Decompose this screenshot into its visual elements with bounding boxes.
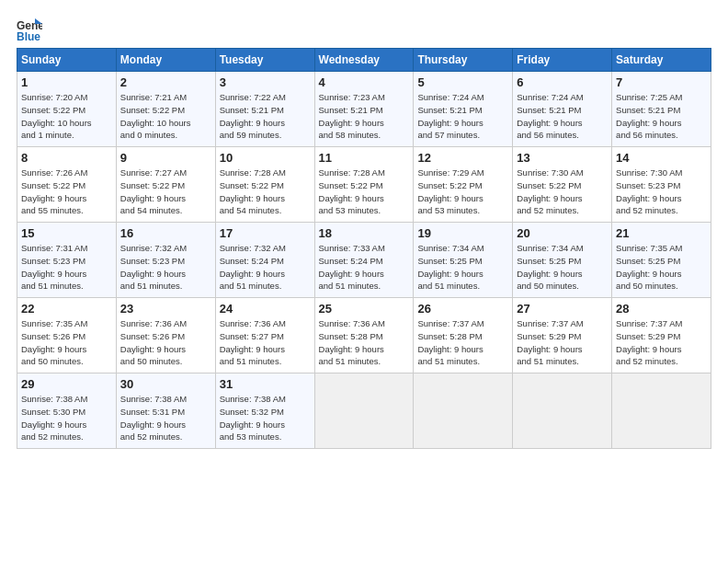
weekday-header-sunday: Sunday [17,49,117,72]
calendar-cell: 31Sunrise: 7:38 AM Sunset: 5:32 PM Dayli… [215,373,314,449]
day-info: Sunrise: 7:20 AM Sunset: 5:22 PM Dayligh… [21,91,112,142]
calendar-cell [612,373,711,449]
week-row-2: 8Sunrise: 7:26 AM Sunset: 5:22 PM Daylig… [17,147,711,223]
day-number: 29 [21,377,112,391]
day-number: 24 [220,302,311,316]
day-info: Sunrise: 7:28 AM Sunset: 5:22 PM Dayligh… [319,167,410,217]
week-row-1: 1Sunrise: 7:20 AM Sunset: 5:22 PM Daylig… [17,72,711,147]
week-row-5: 29Sunrise: 7:38 AM Sunset: 5:30 PM Dayli… [17,373,711,449]
calendar-cell: 5Sunrise: 7:24 AM Sunset: 5:21 PM Daylig… [414,72,513,147]
calendar-cell: 14Sunrise: 7:30 AM Sunset: 5:23 PM Dayli… [612,147,711,223]
day-number: 14 [616,151,707,165]
day-info: Sunrise: 7:36 AM Sunset: 5:27 PM Dayligh… [220,317,311,368]
calendar-cell: 11Sunrise: 7:28 AM Sunset: 5:22 PM Dayli… [314,147,414,223]
calendar-cell: 3Sunrise: 7:22 AM Sunset: 5:21 PM Daylig… [215,72,314,147]
day-number: 1 [21,75,112,89]
day-info: Sunrise: 7:34 AM Sunset: 5:25 PM Dayligh… [417,242,508,293]
day-number: 6 [517,75,608,89]
weekday-header-thursday: Thursday [414,49,513,72]
calendar-cell: 24Sunrise: 7:36 AM Sunset: 5:27 PM Dayli… [215,298,314,373]
day-info: Sunrise: 7:36 AM Sunset: 5:26 PM Dayligh… [120,317,211,368]
calendar-cell: 29Sunrise: 7:38 AM Sunset: 5:30 PM Dayli… [17,373,117,449]
calendar-cell: 9Sunrise: 7:27 AM Sunset: 5:22 PM Daylig… [116,147,215,223]
day-info: Sunrise: 7:26 AM Sunset: 5:22 PM Dayligh… [21,167,112,217]
calendar-cell [414,373,513,449]
logo-icon: General Blue [17,17,42,42]
day-info: Sunrise: 7:37 AM Sunset: 5:28 PM Dayligh… [417,317,508,368]
day-number: 7 [616,75,707,89]
day-number: 13 [517,151,608,165]
calendar-cell: 20Sunrise: 7:34 AM Sunset: 5:25 PM Dayli… [513,223,612,298]
day-number: 2 [120,75,211,89]
weekday-header-tuesday: Tuesday [215,49,314,72]
svg-text:Blue: Blue [17,30,40,42]
day-number: 18 [319,226,410,240]
calendar-cell: 26Sunrise: 7:37 AM Sunset: 5:28 PM Dayli… [414,298,513,373]
week-row-3: 15Sunrise: 7:31 AM Sunset: 5:23 PM Dayli… [17,223,711,298]
calendar-cell: 30Sunrise: 7:38 AM Sunset: 5:31 PM Dayli… [116,373,215,449]
calendar-cell: 7Sunrise: 7:25 AM Sunset: 5:21 PM Daylig… [612,72,711,147]
day-info: Sunrise: 7:33 AM Sunset: 5:24 PM Dayligh… [319,242,410,293]
day-number: 27 [517,302,608,316]
day-info: Sunrise: 7:35 AM Sunset: 5:26 PM Dayligh… [21,317,112,368]
day-number: 22 [21,302,112,316]
day-info: Sunrise: 7:34 AM Sunset: 5:25 PM Dayligh… [517,242,608,293]
calendar-cell: 2Sunrise: 7:21 AM Sunset: 5:22 PM Daylig… [116,72,215,147]
calendar-cell: 12Sunrise: 7:29 AM Sunset: 5:22 PM Dayli… [414,147,513,223]
day-info: Sunrise: 7:30 AM Sunset: 5:23 PM Dayligh… [616,167,707,217]
day-number: 5 [417,75,508,89]
day-info: Sunrise: 7:31 AM Sunset: 5:23 PM Dayligh… [21,242,112,293]
day-number: 31 [220,377,311,391]
weekday-header-monday: Monday [116,49,215,72]
day-info: Sunrise: 7:36 AM Sunset: 5:28 PM Dayligh… [319,317,410,368]
day-info: Sunrise: 7:21 AM Sunset: 5:22 PM Dayligh… [120,91,211,142]
day-info: Sunrise: 7:25 AM Sunset: 5:21 PM Dayligh… [616,91,707,142]
day-number: 23 [120,302,211,316]
week-row-4: 22Sunrise: 7:35 AM Sunset: 5:26 PM Dayli… [17,298,711,373]
day-info: Sunrise: 7:37 AM Sunset: 5:29 PM Dayligh… [517,317,608,368]
calendar-cell: 4Sunrise: 7:23 AM Sunset: 5:21 PM Daylig… [314,72,414,147]
day-info: Sunrise: 7:32 AM Sunset: 5:23 PM Dayligh… [120,242,211,293]
day-number: 15 [21,226,112,240]
day-number: 30 [120,377,211,391]
day-info: Sunrise: 7:30 AM Sunset: 5:22 PM Dayligh… [517,167,608,217]
header-row: General Blue [17,17,711,42]
calendar-cell: 21Sunrise: 7:35 AM Sunset: 5:25 PM Dayli… [612,223,711,298]
day-number: 17 [220,226,311,240]
calendar-cell: 15Sunrise: 7:31 AM Sunset: 5:23 PM Dayli… [17,223,117,298]
day-number: 8 [21,151,112,165]
calendar-cell: 27Sunrise: 7:37 AM Sunset: 5:29 PM Dayli… [513,298,612,373]
day-number: 16 [120,226,211,240]
day-info: Sunrise: 7:23 AM Sunset: 5:21 PM Dayligh… [319,91,410,142]
weekday-header-wednesday: Wednesday [314,49,414,72]
calendar-cell: 10Sunrise: 7:28 AM Sunset: 5:22 PM Dayli… [215,147,314,223]
calendar-header: SundayMondayTuesdayWednesdayThursdayFrid… [17,49,711,72]
day-info: Sunrise: 7:24 AM Sunset: 5:21 PM Dayligh… [417,91,508,142]
calendar-cell: 19Sunrise: 7:34 AM Sunset: 5:25 PM Dayli… [414,223,513,298]
day-number: 3 [220,75,311,89]
weekday-header-saturday: Saturday [612,49,711,72]
calendar-cell: 13Sunrise: 7:30 AM Sunset: 5:22 PM Dayli… [513,147,612,223]
day-number: 19 [417,226,508,240]
weekday-header-row: SundayMondayTuesdayWednesdayThursdayFrid… [17,49,711,72]
day-number: 21 [616,226,707,240]
day-info: Sunrise: 7:29 AM Sunset: 5:22 PM Dayligh… [417,167,508,217]
calendar-cell: 22Sunrise: 7:35 AM Sunset: 5:26 PM Dayli… [17,298,117,373]
day-info: Sunrise: 7:27 AM Sunset: 5:22 PM Dayligh… [120,167,211,217]
calendar-cell: 6Sunrise: 7:24 AM Sunset: 5:21 PM Daylig… [513,72,612,147]
calendar-cell: 16Sunrise: 7:32 AM Sunset: 5:23 PM Dayli… [116,223,215,298]
day-info: Sunrise: 7:38 AM Sunset: 5:31 PM Dayligh… [120,393,211,443]
day-number: 4 [319,75,410,89]
day-info: Sunrise: 7:32 AM Sunset: 5:24 PM Dayligh… [220,242,311,293]
calendar-cell: 18Sunrise: 7:33 AM Sunset: 5:24 PM Dayli… [314,223,414,298]
calendar-cell: 1Sunrise: 7:20 AM Sunset: 5:22 PM Daylig… [17,72,117,147]
day-number: 25 [319,302,410,316]
calendar-cell: 23Sunrise: 7:36 AM Sunset: 5:26 PM Dayli… [116,298,215,373]
weekday-header-friday: Friday [513,49,612,72]
calendar-cell: 25Sunrise: 7:36 AM Sunset: 5:28 PM Dayli… [314,298,414,373]
calendar-cell: 8Sunrise: 7:26 AM Sunset: 5:22 PM Daylig… [17,147,117,223]
day-info: Sunrise: 7:37 AM Sunset: 5:29 PM Dayligh… [616,317,707,368]
calendar-cell [513,373,612,449]
day-number: 9 [120,151,211,165]
day-info: Sunrise: 7:22 AM Sunset: 5:21 PM Dayligh… [220,91,311,142]
